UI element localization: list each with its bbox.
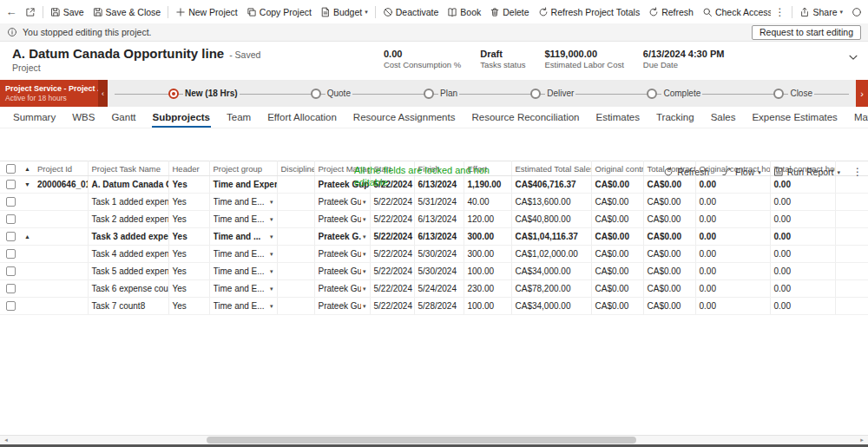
scrollbar-thumb[interactable] [207, 437, 637, 444]
chevron-down-icon[interactable]: ▾ [363, 303, 366, 309]
bpf-next-stage-button[interactable]: › [856, 80, 868, 107]
chevron-down-icon[interactable]: ▾ [270, 251, 273, 257]
chevron-down-icon[interactable]: ▾ [270, 216, 273, 222]
share-button[interactable]: Share ▾ [795, 0, 847, 23]
tab-gantt[interactable]: Gantt [110, 107, 136, 128]
hierarchy-toggle-icon[interactable]: ▲ [21, 228, 34, 246]
tab-tracking[interactable]: Tracking [655, 107, 695, 128]
deactivate-button[interactable]: Deactivate [378, 0, 444, 23]
chevron-down-icon[interactable]: ▾ [363, 199, 366, 205]
presence-button[interactable] [847, 0, 866, 23]
table-row[interactable]: Task 1 added expenseYesTime and E...▾Pra… [0, 194, 868, 211]
table-row[interactable]: Task 2 added expenseYesTime and E...▾Pra… [0, 211, 868, 228]
row-checkbox[interactable] [6, 180, 16, 189]
more-commands-button[interactable]: ⋮ [771, 0, 790, 23]
chevron-down-icon[interactable]: ▾ [270, 268, 273, 274]
column-header-project-task-name[interactable]: Project Task Name [88, 161, 168, 176]
column-header-project-id[interactable]: Project Id [34, 161, 88, 176]
check-access-button[interactable]: Check Access [698, 0, 771, 23]
table-row[interactable]: Task 4 added expenseYesTime and E...▾Pra… [0, 246, 868, 263]
grid-refresh-button[interactable]: Refresh [663, 167, 709, 177]
tab-effort-allocation[interactable]: Effort Allocation [266, 107, 338, 128]
tab-estimates[interactable]: Estimates [595, 107, 641, 128]
presence-icon [852, 7, 862, 17]
row-checkbox[interactable] [6, 284, 16, 293]
bpf-stage-quote[interactable]: Quote [311, 89, 352, 99]
column-header-estimated-total-sales[interactable]: Estimated Total Sales [511, 161, 591, 176]
chevron-down-icon[interactable]: ▾ [363, 251, 366, 257]
horizontal-scrollbar[interactable]: ◂ ▸ [0, 435, 868, 444]
book-button[interactable]: Book [443, 0, 485, 23]
tab-sales[interactable]: Sales [710, 107, 737, 128]
chevron-down-icon[interactable]: ▾ [363, 286, 366, 292]
chevron-down-icon[interactable]: ▾ [270, 303, 273, 309]
chevron-down-icon[interactable]: ▾ [363, 268, 366, 274]
save-button[interactable]: Save [46, 0, 89, 23]
tab-material-estimates[interactable]: Material Estimates [853, 107, 868, 128]
cell-total-contract-hours: 0.00 [770, 194, 835, 211]
row-checkbox[interactable] [6, 266, 16, 276]
cell-total-contract: CA$0.00 [643, 263, 695, 280]
run-report-button[interactable]: Run Report ▾ [773, 167, 840, 177]
table-row[interactable]: Task 6 expense countYesTime and E...▾Pra… [0, 280, 868, 298]
cell-total-contract-hours: 0.00 [770, 246, 835, 263]
table-row[interactable]: Task 7 count8YesTime and E...▾Prateek Gu… [0, 298, 868, 315]
chevron-down-icon[interactable]: ▾ [363, 216, 366, 222]
row-checkbox[interactable] [6, 214, 16, 224]
tab-team[interactable]: Team [226, 107, 252, 128]
column-header-header[interactable]: Header [168, 161, 209, 176]
row-checkbox[interactable] [6, 249, 16, 259]
flow-button[interactable]: Flow ▾ [721, 167, 761, 177]
book-icon [447, 7, 457, 17]
delete-button[interactable]: Delete [485, 0, 533, 23]
bpf-stage-close[interactable]: Close [773, 89, 814, 99]
scroll-right-icon[interactable]: ▸ [856, 437, 868, 444]
scroll-left-icon[interactable]: ◂ [0, 437, 12, 444]
save-and-close-button[interactable]: Save & Close [89, 0, 166, 23]
tab-resource-reconciliation[interactable]: Resource Reconciliation [470, 107, 580, 128]
cell-original-contract-hours: 0.00 [695, 194, 770, 211]
refresh-button[interactable]: Refresh [644, 0, 698, 23]
tab-expense-estimates[interactable]: Expense Estimates [751, 107, 838, 128]
row-checkbox[interactable] [6, 301, 16, 311]
tab-subprojects[interactable]: Subprojects [152, 107, 211, 128]
scrollbar-track[interactable] [12, 436, 856, 444]
chevron-down-icon[interactable]: ▾ [270, 233, 273, 240]
cell-total-contract: CA$0.00 [643, 298, 695, 315]
chevron-down-icon[interactable]: ▾ [363, 233, 366, 240]
budget-button[interactable]: Budget▾ [316, 0, 372, 23]
back-button[interactable]: ← [2, 0, 21, 23]
tab-wbs[interactable]: WBS [71, 107, 95, 128]
bpf-collapse-icon[interactable]: ‹ [98, 80, 108, 107]
new-project-button[interactable]: New Project [171, 0, 242, 23]
lock-notice: All the fields are locked and non editab… [354, 164, 519, 189]
table-row[interactable]: Task 5 added expenseYesTime and E...▾Pra… [0, 263, 868, 280]
column-header-original-contract[interactable]: Original contract [591, 161, 643, 176]
column-header-project-group[interactable]: Project group [209, 161, 277, 176]
row-checkbox[interactable] [6, 232, 16, 241]
select-all-column[interactable] [0, 161, 21, 176]
copy-project-button[interactable]: Copy Project [242, 0, 316, 23]
back-icon: ← [5, 5, 16, 18]
tab-resource-assignments[interactable]: Resource Assignments [352, 107, 457, 128]
column-header-discipline[interactable]: Discipline [277, 161, 314, 176]
select-all-checkbox[interactable] [6, 164, 16, 174]
hierarchy-toggle-icon[interactable]: ▼ [21, 176, 34, 194]
bpf-stage-new-18-hrs[interactable]: New (18 Hrs) [168, 89, 240, 99]
table-row[interactable]: ▲Task 3 added expen...YesTime and ...▾Pr… [0, 228, 868, 246]
request-to-start-editing-button[interactable]: Request to start editing [752, 25, 861, 40]
refresh-project-totals-button[interactable]: Refresh Project Totals [534, 0, 645, 23]
header-collapse-chevron-icon[interactable] [847, 51, 859, 63]
popout-button[interactable] [21, 0, 40, 23]
hierarchy-column-header[interactable]: ▲ [21, 161, 34, 176]
bpf-stage-deliver[interactable]: Deliver [530, 89, 575, 99]
bpf-stage-complete[interactable]: Complete [647, 89, 702, 99]
grid-more-button[interactable]: ⋮ [852, 166, 863, 178]
chevron-down-icon[interactable]: ▾ [270, 199, 273, 205]
bpf-stage-plan[interactable]: Plan [424, 89, 459, 99]
bpf-banner[interactable]: Project Service - Project ... Active for… [0, 80, 108, 107]
tab-summary[interactable]: Summary [12, 107, 56, 128]
page-title: A. Datum Canada Opportunity line [12, 46, 224, 61]
chevron-down-icon[interactable]: ▾ [270, 286, 273, 292]
row-checkbox[interactable] [6, 197, 16, 207]
